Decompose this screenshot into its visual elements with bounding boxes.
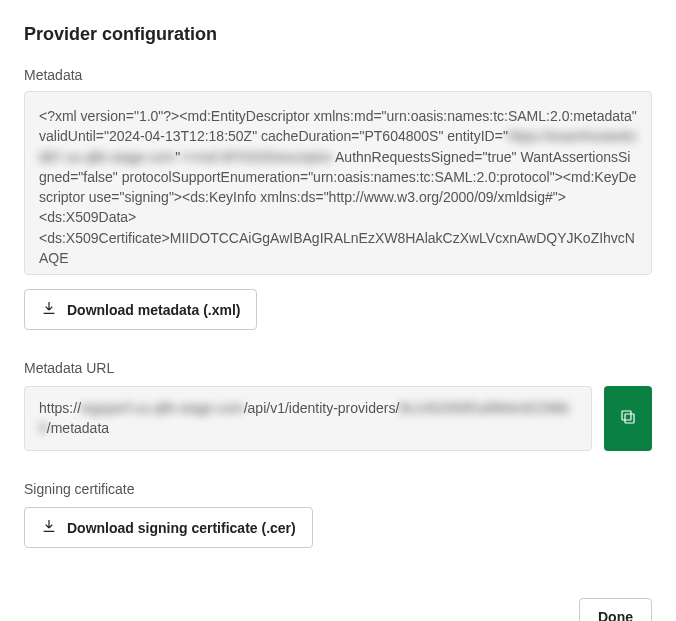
done-button[interactable]: Done [579, 598, 652, 621]
metadata-url-label: Metadata URL [24, 360, 652, 376]
svg-rect-0 [625, 414, 634, 423]
download-certificate-label: Download signing certificate (.cer) [67, 520, 296, 536]
metadata-xml-box: <?xml version="1.0"?><md:EntityDescripto… [24, 91, 652, 275]
download-icon [41, 300, 57, 319]
download-metadata-label: Download metadata (.xml) [67, 302, 240, 318]
page-title: Provider configuration [24, 24, 652, 45]
signing-certificate-label: Signing certificate [24, 481, 652, 497]
metadata-xml-text: <?xml version="1.0"?><md:EntityDescripto… [39, 108, 314, 124]
download-metadata-button[interactable]: Download metadata (.xml) [24, 289, 257, 330]
copy-url-button[interactable] [604, 386, 652, 451]
download-icon [41, 518, 57, 537]
metadata-url-box: https://iegsperf.us.qlik-stage.com/api/v… [24, 386, 592, 451]
metadata-label: Metadata [24, 67, 652, 83]
copy-icon [619, 408, 637, 429]
download-certificate-button[interactable]: Download signing certificate (.cer) [24, 507, 313, 548]
svg-rect-1 [622, 411, 631, 420]
